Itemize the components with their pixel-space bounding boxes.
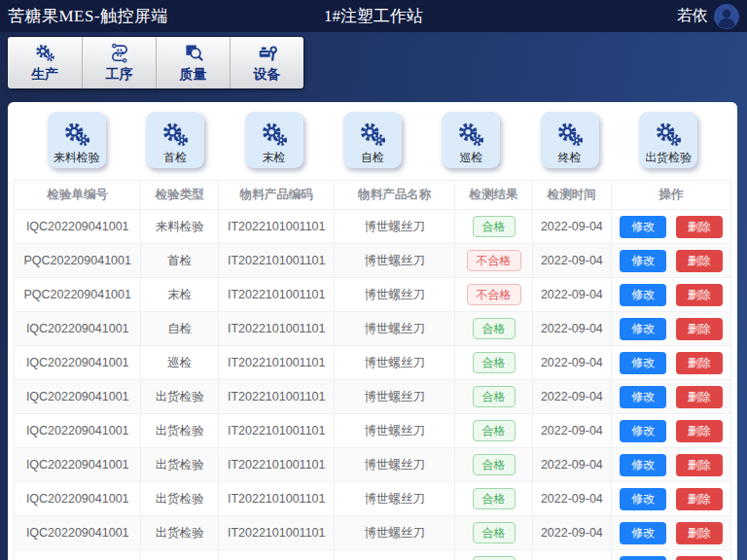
table-row: IQC202209041001 出货检验 IT2022101001101 博世螺… [15, 482, 731, 516]
inspection-id-cell: IQC202209041001 [15, 312, 141, 346]
delete-button[interactable]: 删除 [676, 386, 723, 408]
inspection-gears-icon [358, 121, 387, 150]
inspection-gears-icon [62, 121, 91, 150]
inspection-tab[interactable]: 终检 [541, 112, 599, 168]
inspection-id-cell: IQC202209041001 [15, 516, 141, 550]
result-cell: 合格 [455, 210, 533, 244]
inspection-tab[interactable]: 自检 [343, 112, 402, 168]
delete-button[interactable]: 删除 [676, 352, 723, 374]
edit-button[interactable]: 修改 [620, 454, 666, 476]
inspection-gears-icon [456, 121, 485, 150]
delete-button[interactable]: 删除 [676, 522, 723, 544]
material-code-cell: IT2022101001101 [219, 414, 335, 448]
result-cell: 合格 [455, 550, 533, 560]
material-code-cell: IT2022101001101 [219, 482, 335, 516]
result-cell: 合格 [455, 346, 533, 380]
date-cell: 2022-09-04 [532, 516, 611, 550]
result-badge: 合格 [473, 488, 516, 509]
delete-button[interactable]: 删除 [676, 318, 723, 340]
column-header-actions: 操作 [611, 181, 730, 210]
inspection-type-cell: 出货检验 [141, 550, 219, 560]
result-badge: 合格 [473, 352, 516, 373]
result-cell: 合格 [455, 482, 533, 516]
edit-button[interactable]: 修改 [620, 522, 666, 544]
date-cell: 2022-09-04 [532, 482, 611, 516]
module-process-button[interactable]: 工序 [82, 37, 156, 88]
inspection-gears-icon [555, 121, 585, 150]
edit-button[interactable]: 修改 [620, 556, 666, 560]
module-production-button[interactable]: 生产 [8, 37, 82, 88]
inspection-type-cell: 自检 [141, 312, 219, 346]
material-code-cell: IT2022101001101 [219, 516, 335, 550]
material-name-cell: 博世螺丝刀 [335, 312, 455, 346]
actions-cell: 修改 删除 [611, 550, 730, 560]
date-cell: 2022-09-04 [532, 312, 611, 346]
actions-cell: 修改 删除 [611, 380, 730, 414]
inspection-tab[interactable]: 来料检验 [48, 112, 106, 168]
module-equipment-button[interactable]: 设备 [230, 37, 303, 88]
production-gears-icon [34, 42, 55, 63]
material-name-cell: 博世螺丝刀 [335, 414, 455, 448]
material-code-cell: IT2022101001101 [219, 244, 335, 278]
inspection-tab-label: 出货检验 [645, 151, 692, 164]
result-badge: 合格 [473, 454, 516, 475]
result-cell: 合格 [455, 312, 533, 346]
edit-button[interactable]: 修改 [620, 318, 666, 340]
actions-cell: 修改 删除 [611, 414, 730, 448]
date-cell: 2022-09-04 [532, 346, 611, 380]
delete-button[interactable]: 删除 [676, 250, 723, 272]
actions-cell: 修改 删除 [611, 210, 730, 244]
delete-button[interactable]: 删除 [676, 454, 723, 476]
edit-button[interactable]: 修改 [620, 284, 666, 306]
actions-cell: 修改 删除 [611, 278, 730, 312]
edit-button[interactable]: 修改 [620, 216, 666, 238]
delete-button[interactable]: 删除 [676, 216, 723, 238]
material-name-cell: 博世螺丝刀 [335, 346, 455, 380]
inspection-id-cell: IQC202209041001 [15, 448, 141, 482]
material-name-cell: 博世螺丝刀 [335, 244, 455, 278]
quality-panel: 来料检验 首检 末检 自检 [8, 102, 737, 560]
table-row: IQC202209041001 自检 IT2022101001101 博世螺丝刀… [15, 312, 731, 346]
edit-button[interactable]: 修改 [620, 420, 666, 442]
table-row: IQC202209041001 出货检验 IT2022101001101 博世螺… [15, 380, 731, 414]
column-header-material-code: 物料产品编码 [219, 181, 335, 210]
inspection-tab[interactable]: 末检 [245, 112, 303, 168]
table-row: IQC202209041001 来料检验 IT2022101001101 博世螺… [15, 210, 731, 244]
actions-cell: 修改 删除 [611, 346, 730, 380]
process-flow-icon [109, 42, 130, 63]
edit-button[interactable]: 修改 [620, 250, 666, 272]
table-row: PQC202209041001 末检 IT2022101001101 博世螺丝刀… [15, 278, 731, 312]
result-badge: 合格 [473, 556, 516, 560]
edit-button[interactable]: 修改 [620, 352, 666, 374]
inspection-tab[interactable]: 出货检验 [639, 112, 697, 168]
material-name-cell: 博世螺丝刀 [335, 380, 455, 414]
actions-cell: 修改 删除 [611, 516, 730, 550]
material-name-cell: 博世螺丝刀 [335, 278, 455, 312]
inspection-gears-icon [160, 121, 190, 150]
user-area[interactable]: 若依 [677, 4, 739, 29]
delete-button[interactable]: 删除 [676, 556, 723, 560]
module-nav: 生产 工序 质量 设备 [8, 37, 303, 88]
material-code-cell: IT2022101001101 [219, 380, 335, 414]
material-code-cell: IT2022101001101 [219, 346, 335, 380]
delete-button[interactable]: 删除 [676, 488, 723, 510]
inspection-id-cell: IQC202209041001 [15, 550, 141, 560]
app-title: 苦糖果MES-触控屏端 [8, 5, 168, 27]
equipment-wrench-icon [257, 42, 278, 63]
delete-button[interactable]: 删除 [676, 420, 723, 442]
user-avatar-icon[interactable] [714, 4, 739, 29]
material-name-cell: 博世螺丝刀 [335, 448, 455, 482]
inspection-id-cell: IQC202209041001 [15, 346, 141, 380]
inspection-type-cell: 出货检验 [141, 448, 219, 482]
delete-button[interactable]: 删除 [676, 284, 723, 306]
module-quality-button[interactable]: 质量 [156, 37, 230, 88]
inspection-tab[interactable]: 首检 [146, 112, 204, 168]
inspection-tab[interactable]: 巡检 [442, 112, 500, 168]
result-badge: 合格 [473, 318, 516, 339]
inspection-type-cell: 出货检验 [141, 380, 219, 414]
edit-button[interactable]: 修改 [620, 386, 666, 408]
edit-button[interactable]: 修改 [620, 488, 666, 510]
quality-search-icon [183, 42, 204, 63]
actions-cell: 修改 删除 [611, 448, 730, 482]
date-cell: 2022-09-04 [532, 244, 611, 278]
